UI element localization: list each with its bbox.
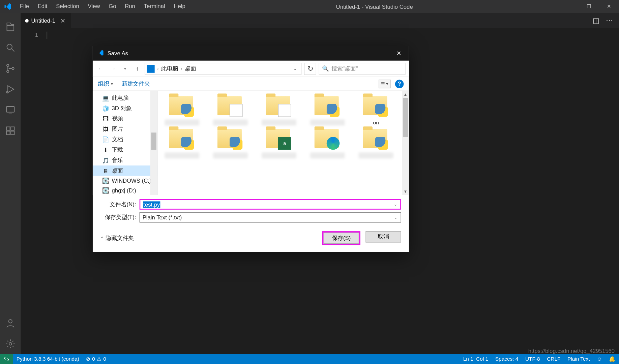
menu-go[interactable]: Go [104, 0, 120, 13]
search-icon[interactable] [0, 37, 21, 58]
folder-icon [216, 127, 244, 151]
menu-file[interactable]: File [16, 0, 33, 13]
filename-field[interactable]: test.py ⌄ [140, 199, 401, 210]
folder-tree[interactable]: 💻此电脑🧊3D 对象🎞视频🖼图片📄文档⬇下载🎵音乐🖥桌面💽WINDOWS (C:… [93, 91, 158, 195]
folder-icon [168, 127, 196, 151]
nav-up-icon[interactable]: ↑ [132, 64, 142, 73]
status-encoding[interactable]: UTF-8 [522, 354, 543, 364]
hide-folders-toggle[interactable]: ⌃ 隐藏文件夹 [100, 234, 134, 242]
scroll-up-icon[interactable]: ▲ [402, 91, 409, 98]
file-item[interactable] [305, 127, 350, 159]
nav-recent-icon[interactable]: ▾ [120, 64, 130, 73]
file-item[interactable] [353, 127, 399, 159]
tree-item-label: 文档 [112, 135, 123, 143]
tree-item-label: 下载 [112, 146, 123, 154]
extensions-icon[interactable] [0, 120, 21, 141]
file-item[interactable]: a [257, 127, 302, 159]
tree-item[interactable]: 🎵音乐 [93, 155, 157, 165]
explorer-icon[interactable] [0, 17, 21, 37]
tree-item-label: 3D 对象 [112, 104, 131, 112]
file-item[interactable] [159, 94, 205, 126]
scroll-down-icon[interactable]: ▼ [402, 188, 409, 195]
tab-untitled-1[interactable]: Untitled-1 ✕ [21, 13, 71, 28]
filename-dropdown-icon[interactable]: ⌄ [391, 200, 399, 209]
view-options-button[interactable]: ☰ ▾ [379, 80, 391, 88]
tree-item[interactable]: 💽ghgxj (D:) [93, 185, 157, 195]
address-dropdown-icon[interactable]: ⌄ [291, 66, 299, 71]
dialog-titlebar: Save As ✕ [93, 46, 409, 61]
status-problems[interactable]: ⊘0 ⚠0 [83, 354, 110, 364]
file-item[interactable] [159, 127, 205, 159]
file-list[interactable]: ona ▲ ▼ [158, 91, 409, 195]
menu-view[interactable]: View [84, 0, 105, 13]
this-pc-icon [147, 65, 155, 72]
tree-item[interactable]: 💻此电脑 [93, 93, 157, 103]
cancel-button[interactable]: 取消 [365, 231, 401, 242]
accounts-icon[interactable] [0, 313, 21, 334]
tree-item-icon: 🧊 [102, 105, 109, 112]
tree-item-label: 此电脑 [112, 94, 128, 102]
vscode-logo-icon [0, 3, 16, 10]
file-label [310, 152, 345, 158]
remote-indicator[interactable] [0, 354, 13, 364]
menu-help[interactable]: Help [170, 0, 190, 13]
minimize-button[interactable]: — [559, 0, 579, 13]
file-item[interactable] [208, 127, 253, 159]
dialog-logo-icon [97, 49, 104, 57]
status-ln-col[interactable]: Ln 1, Col 1 [460, 354, 492, 364]
savetype-field[interactable]: Plain Text (*.txt) ⌄ [140, 212, 401, 223]
svg-point-2 [7, 70, 9, 72]
status-eol[interactable]: CRLF [543, 354, 564, 364]
dialog-close-button[interactable]: ✕ [389, 46, 409, 61]
svg-point-4 [6, 91, 8, 93]
svg-rect-7 [11, 127, 14, 130]
svg-point-3 [12, 67, 14, 69]
status-language[interactable]: Plain Text [564, 354, 593, 364]
tree-item[interactable]: 🎞视频 [93, 114, 157, 124]
file-item[interactable] [305, 94, 350, 126]
organize-button[interactable]: 组织▾ [98, 80, 113, 88]
tab-close-icon[interactable]: ✕ [58, 17, 67, 24]
filename-value: test.py [143, 201, 160, 208]
tree-item[interactable]: 💽WINDOWS (C:) [93, 176, 157, 185]
status-python[interactable]: Python 3.8.3 64-bit (conda) [13, 354, 83, 364]
refresh-button[interactable]: ↻ [304, 63, 316, 75]
file-item[interactable]: on [353, 94, 399, 126]
menu-run[interactable]: Run [120, 0, 139, 13]
search-field[interactable]: 🔍 搜索"桌面" [319, 63, 406, 75]
new-folder-button[interactable]: 新建文件夹 [122, 80, 150, 88]
tree-item[interactable]: ⬇下载 [93, 145, 157, 155]
file-label [165, 120, 199, 126]
nav-back-icon[interactable]: ← [96, 64, 106, 73]
tree-scrollbar[interactable] [150, 91, 157, 195]
run-debug-icon[interactable] [0, 79, 21, 100]
breadcrumb-root[interactable]: 此电脑 [161, 65, 178, 72]
watermark-text: https://blog.csdn.net/qq_42951560 [528, 348, 615, 354]
savetype-dropdown-icon[interactable]: ⌄ [392, 213, 400, 222]
tree-item[interactable]: 🧊3D 对象 [93, 103, 157, 114]
files-scrollbar[interactable]: ▲ ▼ [402, 91, 409, 195]
settings-gear-icon[interactable] [0, 333, 21, 354]
menu-terminal[interactable]: Terminal [140, 0, 170, 13]
split-editor-icon[interactable]: ◫ [593, 17, 599, 25]
status-feedback-icon[interactable]: ☺ [593, 354, 606, 364]
tree-item[interactable]: 📄文档 [93, 134, 157, 145]
file-item[interactable] [257, 94, 302, 126]
tree-item[interactable]: 🖼图片 [93, 124, 157, 134]
save-button[interactable]: 保存(S) [324, 233, 359, 244]
menu-bar: File Edit Selection View Go Run Terminal… [16, 0, 189, 13]
status-spaces[interactable]: Spaces: 4 [492, 354, 522, 364]
more-actions-icon[interactable]: ⋯ [606, 17, 613, 25]
menu-selection[interactable]: Selection [52, 0, 83, 13]
address-bar[interactable]: › 此电脑 › 桌面 ⌄ [145, 63, 301, 75]
close-button[interactable]: ✕ [599, 0, 619, 13]
status-notifications-icon[interactable]: 🔔 [606, 354, 619, 364]
menu-edit[interactable]: Edit [33, 0, 52, 13]
maximize-button[interactable]: ☐ [579, 0, 599, 13]
help-icon[interactable]: ? [395, 80, 404, 88]
breadcrumb-current[interactable]: 桌面 [185, 65, 196, 72]
remote-explorer-icon[interactable] [0, 100, 21, 121]
tree-item[interactable]: 🖥桌面 [93, 165, 157, 176]
source-control-icon[interactable] [0, 58, 21, 79]
file-item[interactable] [208, 94, 253, 126]
